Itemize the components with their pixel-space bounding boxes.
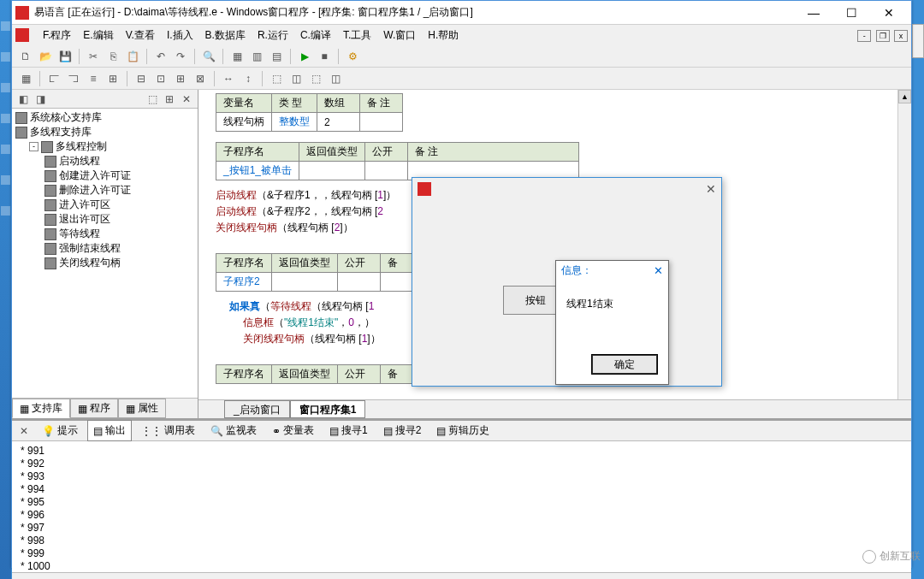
minimize-button[interactable]: ―: [795, 1, 832, 25]
lib-icon: [15, 112, 27, 124]
search-icon: ▤: [383, 425, 393, 437]
tree-item[interactable]: 关闭线程句柄: [59, 256, 121, 270]
tree-item[interactable]: 创建进入许可证: [59, 168, 131, 183]
mdi-close[interactable]: x: [894, 30, 908, 42]
tree-root2[interactable]: 多线程支持库: [30, 125, 92, 139]
tree-item[interactable]: 强制结束线程: [59, 241, 121, 256]
close-icon[interactable]: ✕: [706, 182, 716, 196]
tree-item[interactable]: 启动线程: [59, 154, 100, 168]
output-area[interactable]: * 991 * 992 * 993 * 994 * 995 * 996 * 99…: [12, 441, 911, 572]
func-icon: [44, 214, 56, 226]
tree-btn3[interactable]: ⬚: [145, 92, 160, 107]
align3-icon[interactable]: ≡: [85, 70, 102, 87]
tree-root1[interactable]: 系统核心支持库: [30, 110, 102, 125]
dist1-icon[interactable]: ⊟: [133, 70, 150, 87]
save-icon[interactable]: 💾: [56, 48, 74, 65]
folder-icon: [41, 141, 53, 153]
menu-view[interactable]: V.查看: [121, 27, 160, 44]
tab-cliphist[interactable]: ▤剪辑历史: [430, 420, 495, 441]
debug-icon[interactable]: ⚙: [344, 48, 361, 65]
func-icon: [44, 185, 56, 197]
tab-search1[interactable]: ▤搜寻1: [323, 420, 374, 441]
run-icon[interactable]: ▶: [296, 48, 313, 65]
output-line: * 995: [21, 496, 903, 509]
dist3-icon[interactable]: ⊞: [172, 70, 189, 87]
menu-edit[interactable]: E.编辑: [78, 27, 118, 44]
menu-program[interactable]: F.程序: [38, 27, 76, 44]
order3-icon[interactable]: ⬚: [307, 70, 324, 87]
tree-btn2[interactable]: ◨: [33, 92, 48, 107]
subroutine-table[interactable]: 子程序名返回值类型公开备 注 _按钮1_被单击: [216, 142, 579, 180]
window1-icon[interactable]: ▦: [228, 48, 246, 65]
menu-compile[interactable]: C.编译: [295, 27, 336, 44]
close-button[interactable]: ✕: [870, 1, 908, 25]
tab-startup-window[interactable]: _启动窗口: [224, 400, 290, 418]
tab-support-lib[interactable]: ▦支持库: [12, 399, 70, 418]
mdi-restore[interactable]: ❐: [876, 30, 890, 42]
subroutine-table3[interactable]: 子程序名返回值类型公开备: [216, 364, 424, 384]
vars-icon: ⚭: [272, 425, 281, 437]
close-panel-icon[interactable]: ✕: [15, 422, 33, 440]
find-icon[interactable]: 🔍: [200, 48, 217, 65]
menu-database[interactable]: B.数据库: [200, 27, 251, 44]
watch-icon: 🔍: [210, 425, 223, 437]
undo-icon[interactable]: ↶: [152, 48, 169, 65]
menu-tools[interactable]: T.工具: [338, 27, 376, 44]
toolbar-main: 🗋 📂 💾 ✂ ⎘ 📋 ↶ ↷ 🔍 ▦ ▥ ▤ ▶ ■ ⚙: [12, 45, 911, 68]
tree-item[interactable]: 退出许可区: [59, 212, 110, 227]
copy-icon[interactable]: ⎘: [104, 48, 121, 65]
align2-icon[interactable]: ⫎: [65, 70, 82, 87]
tree-btn4[interactable]: ⊞: [162, 92, 177, 107]
dist4-icon[interactable]: ⊠: [192, 70, 209, 87]
func-icon: [44, 156, 56, 168]
menu-help[interactable]: H.帮助: [423, 27, 464, 44]
tab-program[interactable]: ▦程序: [70, 399, 118, 418]
tab-window-procset[interactable]: 窗口程序集1: [290, 400, 366, 418]
close-icon[interactable]: ✕: [654, 264, 663, 277]
ok-button[interactable]: 确定: [592, 355, 657, 374]
tree-item[interactable]: 进入许可区: [59, 198, 110, 212]
order4-icon[interactable]: ◫: [327, 70, 344, 87]
collapse-icon[interactable]: -: [29, 142, 38, 151]
tree-item[interactable]: 删除进入许可证: [59, 183, 131, 198]
menu-insert[interactable]: I.插入: [162, 27, 198, 44]
tree-group[interactable]: 多线程控制: [56, 139, 107, 154]
tree-item[interactable]: 等待线程: [59, 227, 100, 241]
tree-btn5[interactable]: ✕: [179, 92, 194, 107]
maximize-button[interactable]: ☐: [832, 1, 870, 25]
output-line: * 999: [21, 547, 903, 560]
tab-vars[interactable]: ⚭变量表: [266, 420, 320, 441]
align1-icon[interactable]: ⫍: [45, 70, 62, 87]
order1-icon[interactable]: ⬚: [268, 70, 285, 87]
menu-run[interactable]: R.运行: [252, 27, 293, 44]
subroutine-table2[interactable]: 子程序名返回值类型公开备 子程序2: [216, 253, 424, 292]
order2-icon[interactable]: ◫: [287, 70, 305, 87]
size2-icon[interactable]: ↕: [240, 70, 257, 87]
mdi-minimize[interactable]: -: [857, 30, 871, 42]
new-icon[interactable]: 🗋: [17, 48, 34, 65]
tab-watch[interactable]: 🔍监视表: [204, 420, 263, 441]
library-tree[interactable]: 系统核心支持库 多线程支持库 -多线程控制 启动线程 创建进入许可证 删除进入许…: [12, 109, 198, 398]
stop-icon[interactable]: ■: [316, 48, 333, 65]
variable-table[interactable]: 变量名类 型数组备 注 线程句柄整数型2: [216, 93, 403, 132]
tree-btn1[interactable]: ◧: [15, 92, 31, 107]
tab-hint[interactable]: 💡提示: [36, 420, 84, 441]
watermark: 创新互联: [862, 549, 921, 564]
size1-icon[interactable]: ↔: [220, 70, 237, 87]
cut-icon[interactable]: ✂: [85, 48, 102, 65]
window2-icon[interactable]: ▥: [248, 48, 265, 65]
vertical-scrollbar[interactable]: ▲: [897, 90, 911, 399]
paste-icon[interactable]: 📋: [124, 48, 141, 65]
align4-icon[interactable]: ⊞: [104, 70, 121, 87]
tab-search2[interactable]: ▤搜寻2: [377, 420, 428, 441]
tab-callstack[interactable]: ⋮⋮调用表: [135, 420, 201, 441]
dist2-icon[interactable]: ⊡: [152, 70, 169, 87]
tab-properties[interactable]: ▦属性: [118, 399, 166, 418]
open-icon[interactable]: 📂: [37, 48, 54, 65]
grid-icon[interactable]: ▦: [17, 70, 34, 87]
window3-icon[interactable]: ▤: [268, 48, 285, 65]
menu-bar: F.程序 E.编辑 V.查看 I.插入 B.数据库 R.运行 C.编译 T.工具…: [12, 25, 911, 45]
redo-icon[interactable]: ↷: [172, 48, 189, 65]
menu-window[interactable]: W.窗口: [378, 27, 421, 44]
tab-output[interactable]: ▤输出: [87, 420, 132, 441]
